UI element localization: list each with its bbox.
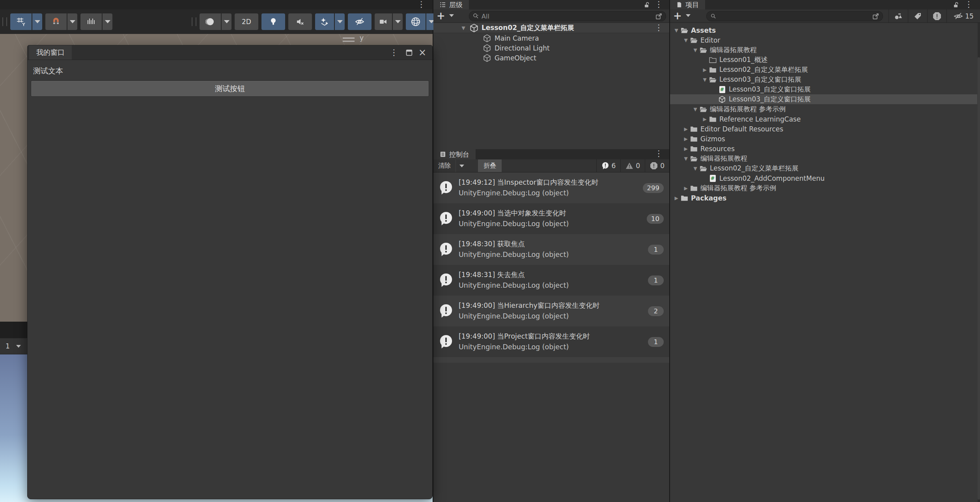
error-count-toggle[interactable]: 0 xyxy=(645,159,669,172)
project-search-field[interactable] xyxy=(706,11,883,21)
console-menu-kebab-icon[interactable]: ⋮ xyxy=(655,150,663,158)
tab-hierarchy[interactable]: 层级 xyxy=(433,0,469,9)
project-tree-row-selected[interactable]: Lesson03_自定义窗口拓展 xyxy=(670,94,977,104)
fold-arrow[interactable]: ▶ xyxy=(682,126,690,132)
fold-arrow[interactable]: ▼ xyxy=(672,28,680,33)
console-log-row[interactable]: [19:49:00] 当Project窗口内容发生变化时UnityEngine.… xyxy=(433,326,669,357)
fold-arrow[interactable]: ▼ xyxy=(691,166,699,171)
clear-dropdown[interactable] xyxy=(455,159,468,172)
fold-arrow[interactable]: ▶ xyxy=(701,67,709,73)
hierarchy-menu-kebab-icon[interactable]: ⋮ xyxy=(655,0,663,9)
project-tree-row[interactable]: ▼ 编辑器拓展教程 xyxy=(670,45,977,55)
scene-lighting-button[interactable] xyxy=(261,13,285,30)
tab-project[interactable]: 项目 xyxy=(670,0,705,9)
fold-arrow[interactable]: ▶ xyxy=(701,116,709,122)
fold-arrow[interactable]: ▼ xyxy=(682,37,690,43)
project-tree-row[interactable]: ▶ Editor Default Resources xyxy=(670,124,977,134)
shading-mode-dropdown[interactable] xyxy=(222,13,231,30)
alert-filter-button[interactable] xyxy=(927,9,946,22)
project-search-input[interactable] xyxy=(717,13,872,20)
project-menu-kebab-icon[interactable]: ⋮ xyxy=(965,0,973,9)
project-tree-row[interactable]: ▼ Assets xyxy=(670,25,977,35)
project-tree-row[interactable]: Lesson02_AddComponentMenu xyxy=(670,173,977,183)
scene-menu-kebab-icon[interactable]: ⋮ xyxy=(417,0,426,9)
collapse-toggle[interactable]: 折叠 xyxy=(478,159,502,172)
create-object-button[interactable]: + xyxy=(437,10,445,22)
grid-visibility-button[interactable] xyxy=(10,13,32,30)
lock-icon[interactable] xyxy=(644,2,650,9)
window-menu-kebab-icon[interactable]: ⋮ xyxy=(389,47,399,58)
fold-arrow[interactable]: ▶ xyxy=(682,185,690,191)
effects-button[interactable] xyxy=(315,13,334,30)
project-tree-row[interactable]: Lesson01_概述 xyxy=(670,55,977,65)
fold-arrow[interactable]: ▼ xyxy=(459,25,467,31)
tab-console[interactable]: 控制台 xyxy=(433,149,476,159)
project-tree-row[interactable]: ▼ 编辑器拓展教程 参考示例 xyxy=(670,104,977,114)
toolbar-drag-handle[interactable] xyxy=(2,17,7,26)
hierarchy-search-field[interactable] xyxy=(469,11,666,21)
clear-button[interactable]: 清除 xyxy=(433,159,455,172)
fold-arrow[interactable]: ▼ xyxy=(701,77,709,82)
close-icon[interactable]: × xyxy=(417,47,427,58)
warning-count-toggle[interactable]: 0 xyxy=(620,159,645,172)
test-button[interactable]: 测试按钮 xyxy=(31,81,429,97)
project-scrollbar[interactable] xyxy=(978,23,980,502)
project-tree-row[interactable]: ▼ Lesson03_自定义窗口拓展 xyxy=(670,75,977,84)
console-log-row[interactable]: [19:48:30] 获取焦点UnityEngine.Debug:Log (ob… xyxy=(433,234,669,265)
project-tree-row[interactable]: ▼ 编辑器拓展教程 xyxy=(670,154,977,163)
open-search-window-icon[interactable] xyxy=(655,13,663,20)
scrollbar-thumb[interactable] xyxy=(978,57,980,500)
project-tree-row[interactable]: ▼ Editor xyxy=(670,35,977,45)
snap-button[interactable] xyxy=(45,13,67,30)
grid-size-dropdown[interactable] xyxy=(103,13,112,30)
audio-mute-button[interactable] xyxy=(288,13,312,30)
scene-camera-dropdown[interactable] xyxy=(393,13,403,30)
scene-camera-button[interactable] xyxy=(375,13,392,30)
hidden-count-toggle[interactable]: 15 xyxy=(946,9,980,22)
console-log-row[interactable]: [19:49:00] 当选中对象发生变化时UnityEngine.Debug:L… xyxy=(433,203,669,234)
hidden-objects-button[interactable] xyxy=(348,13,371,30)
fold-arrow[interactable]: ▼ xyxy=(691,47,699,53)
create-object-dropdown[interactable] xyxy=(449,14,454,17)
fold-arrow[interactable]: ▶ xyxy=(672,195,680,201)
project-tree-row[interactable]: Lesson03_自定义窗口拓展 xyxy=(670,84,977,94)
hierarchy-item-main-camera[interactable]: Main Camera xyxy=(433,33,669,43)
toolbar-drag-handle[interactable] xyxy=(192,17,196,26)
fold-arrow[interactable]: ▶ xyxy=(682,146,690,152)
project-tree-row[interactable]: ▼ Lesson02_自定义菜单栏拓展 xyxy=(670,163,977,173)
hierarchy-search-input[interactable] xyxy=(479,13,655,20)
fold-arrow[interactable]: ▼ xyxy=(682,156,690,161)
gizmos-button[interactable] xyxy=(406,13,426,30)
open-search-window-icon[interactable] xyxy=(872,13,879,20)
console-log-row[interactable]: [19:49:00] 当Hierarchy窗口内容发生变化时UnityEngin… xyxy=(433,296,669,326)
console-log-row[interactable]: [19:49:12] 当Inspector窗口内容发生变化时UnityEngin… xyxy=(433,172,669,203)
hierarchy-scene-row[interactable]: ▼ Lesson02_自定义菜单栏拓展 ⋮ xyxy=(433,23,669,33)
project-tree-row[interactable]: ▶ Packages xyxy=(670,193,977,203)
window-tab[interactable]: 我的窗口 xyxy=(29,45,72,60)
info-count-toggle[interactable]: 6 xyxy=(596,159,621,172)
display-selector-dropdown[interactable]: 1 xyxy=(0,342,21,350)
grid-size-button[interactable] xyxy=(80,13,102,30)
effects-dropdown[interactable] xyxy=(335,13,345,30)
window-titlebar[interactable]: 我的窗口 ⋮ × xyxy=(28,45,432,60)
fold-arrow[interactable]: ▶ xyxy=(682,136,690,142)
lock-icon[interactable] xyxy=(953,2,959,9)
scene-row-kebab-icon[interactable]: ⋮ xyxy=(655,24,663,32)
fold-arrow[interactable]: ▼ xyxy=(691,107,699,112)
project-tree-row[interactable]: ▶ Reference LearningCase xyxy=(670,114,977,124)
filter-by-type-button[interactable] xyxy=(889,9,908,22)
2d-toggle-button[interactable]: 2D xyxy=(235,13,258,30)
shading-mode-button[interactable] xyxy=(200,13,221,30)
project-tree-row[interactable]: ▶ Gizmos xyxy=(670,134,977,144)
snap-dropdown[interactable] xyxy=(67,13,77,30)
maximize-icon[interactable] xyxy=(404,47,414,58)
create-asset-button[interactable]: + xyxy=(673,10,682,22)
filter-by-label-button[interactable] xyxy=(908,9,927,22)
project-tree-row[interactable]: ▶ 编辑器拓展教程 参考示例 xyxy=(670,183,977,193)
project-tree-row[interactable]: ▶ Lesson02_自定义菜单栏拓展 xyxy=(670,65,977,75)
hierarchy-item-gameobject[interactable]: GameObject xyxy=(433,53,669,63)
create-asset-dropdown[interactable] xyxy=(686,14,691,17)
hierarchy-item-directional-light[interactable]: Directional Light xyxy=(433,43,669,53)
project-tree-row[interactable]: ▶ Resources xyxy=(670,144,977,154)
console-log-row[interactable]: [19:48:31] 失去焦点UnityEngine.Debug:Log (ob… xyxy=(433,265,669,296)
